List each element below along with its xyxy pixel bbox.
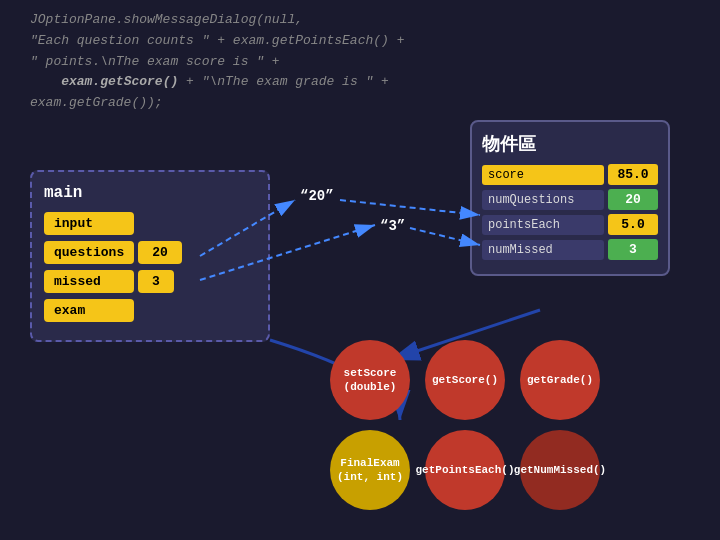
var-name-input: input [44,212,134,235]
object-panel-title: 物件區 [482,132,658,156]
code-line-4b: + "\nThe exam grade is " + [186,74,389,89]
code-highlight: exam.getScore() [61,74,178,89]
var-row-missed: missed 3 [44,270,256,293]
var-row-questions: questions 20 [44,241,256,264]
obj-value-numquestions: 20 [608,189,658,210]
obj-label-score: score [482,165,604,185]
var-row-input: input [44,212,256,235]
main-label: main [44,184,256,202]
var-value-missed: 3 [138,270,174,293]
code-background: JOptionPane.showMessageDialog(null, "Eac… [30,10,404,114]
obj-row-nummissed: numMissed 3 [482,239,658,260]
var-row-exam: exam [44,299,256,322]
var-value-questions: 20 [138,241,182,264]
var-name-missed: missed [44,270,134,293]
object-panel: 物件區 score 85.0 numQuestions 20 pointsEac… [470,120,670,276]
obj-label-numquestions: numQuestions [482,190,604,210]
quote-20: “20” [300,188,334,204]
obj-value-nummissed: 3 [608,239,658,260]
obj-row-score: score 85.0 [482,164,658,185]
obj-value-score: 85.0 [608,164,658,185]
circle-getpointseach: getPointsEach() [425,430,505,510]
circle-row-2: FinalExam(int, int) getPointsEach() getN… [330,430,600,510]
circle-getnummissed: getNumMissed() [520,430,600,510]
var-name-exam: exam [44,299,134,322]
code-line-3: " points.\nThe exam score is " + [30,52,404,73]
obj-label-pointseach: pointsEach [482,215,604,235]
obj-label-nummissed: numMissed [482,240,604,260]
obj-row-pointseach: pointsEach 5.0 [482,214,658,235]
code-line-2: "Each question counts " + exam.getPoints… [30,31,404,52]
code-line-1: JOptionPane.showMessageDialog(null, [30,10,404,31]
circle-finalexam: FinalExam(int, int) [330,430,410,510]
quote-3: “3” [380,218,405,234]
circles-area: setScore(double) getScore() getGrade() F… [330,340,600,510]
code-line-4: exam.getScore() + "\nThe exam grade is "… [30,72,404,93]
obj-value-pointseach: 5.0 [608,214,658,235]
circle-setscore: setScore(double) [330,340,410,420]
circle-getscore: getScore() [425,340,505,420]
main-box: main input questions 20 missed 3 exam [30,170,270,342]
circle-row-1: setScore(double) getScore() getGrade() [330,340,600,420]
code-line-5: exam.getGrade()); [30,93,404,114]
circle-getgrade: getGrade() [520,340,600,420]
var-name-questions: questions [44,241,134,264]
obj-row-numquestions: numQuestions 20 [482,189,658,210]
